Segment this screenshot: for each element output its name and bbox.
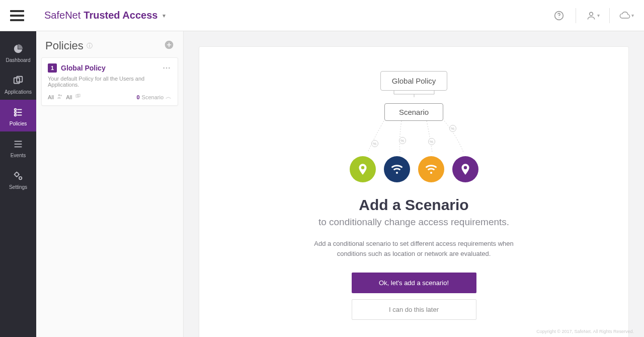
svg-point-2 (589, 12, 593, 16)
svg-point-1 (558, 17, 559, 18)
divider (576, 8, 576, 23)
pie-chart-icon (0, 43, 36, 54)
nav-label: Policies (0, 121, 36, 126)
wizard-panel: Global Policy Scenario (199, 46, 629, 337)
svg-point-25 (395, 172, 397, 174)
dotted-lines (344, 121, 485, 156)
policy-card-footer: All All 0 Scenario ︿ (48, 93, 172, 101)
wizard-title: Add a Scenario (283, 196, 545, 214)
user-menu[interactable]: ▾ (585, 8, 600, 23)
add-policy-button[interactable] (164, 40, 174, 52)
nav-label: Settings (0, 184, 36, 190)
link-bubble-icon: % (428, 138, 435, 145)
policy-title: Global Policy (61, 64, 106, 72)
apps-icon (0, 75, 36, 86)
apps-small-icon (75, 93, 81, 101)
info-icon[interactable]: ⓘ (87, 42, 93, 50)
nav-applications[interactable]: Applications (0, 68, 36, 100)
policies-title-text: Policies (45, 39, 84, 52)
svg-point-5 (15, 109, 17, 111)
policies-title: Policies ⓘ (45, 39, 93, 52)
help-icon[interactable] (551, 8, 567, 23)
svg-point-7 (15, 111, 17, 113)
policy-card-header: 1 Global Policy ⋯ (48, 63, 172, 73)
wizard-content: Global Policy Scenario (283, 71, 545, 337)
scenario-label: Scenario (142, 94, 164, 100)
chevron-down-icon: ▾ (597, 13, 600, 18)
main-area: Global Policy Scenario (184, 31, 644, 337)
svg-point-15 (19, 177, 22, 180)
side-nav: Dashboard Applications Policies Events S… (0, 31, 36, 337)
more-icon[interactable]: ⋯ (163, 63, 172, 73)
svg-point-18 (60, 95, 62, 96)
menu-toggle-icon[interactable] (10, 10, 24, 21)
nav-events[interactable]: Events (0, 131, 36, 163)
location-pin-icon (350, 156, 376, 182)
nav-settings[interactable]: Settings (0, 163, 36, 195)
brand-text-light: SafeNet (44, 10, 80, 21)
skip-button[interactable]: I can do this later (352, 299, 476, 320)
link-bubble-icon: % (371, 140, 378, 147)
location-pin-icon (452, 156, 478, 182)
header-actions: ▾ ▾ (551, 8, 634, 23)
nav-dashboard[interactable]: Dashboard (0, 36, 36, 68)
wifi-icon (418, 156, 444, 182)
brand-text-bold: Trusted Access (84, 10, 157, 21)
svg-point-9 (15, 114, 17, 116)
chevron-down-icon: ▾ (163, 12, 166, 19)
nav-label: Applications (0, 89, 36, 95)
policy-users-all: All (48, 94, 54, 100)
chevron-up-icon[interactable]: ︿ (166, 93, 172, 101)
policy-card[interactable]: 1 Global Policy ⋯ Your default Policy fo… (41, 57, 178, 106)
brand-dropdown[interactable]: SafeNet Trusted Access ▾ (44, 10, 166, 21)
policy-tree: Global Policy Scenario (283, 71, 545, 121)
policies-header: Policies ⓘ (41, 39, 178, 57)
gear-icon (0, 170, 36, 181)
tree-global-box: Global Policy (380, 71, 448, 91)
add-scenario-button[interactable]: Ok, let's add a scenario! (352, 273, 476, 293)
app-header: SafeNet Trusted Access ▾ ▾ ▾ (0, 0, 644, 31)
nav-policies[interactable]: Policies (0, 100, 36, 131)
nav-label: Dashboard (0, 57, 36, 63)
nav-label: Events (0, 153, 36, 158)
policies-icon (0, 107, 36, 118)
svg-point-26 (430, 172, 432, 174)
chevron-down-icon: ▾ (631, 13, 634, 18)
policy-apps-all: All (66, 94, 72, 100)
cloud-menu[interactable]: ▾ (619, 8, 634, 23)
tree-connector (369, 90, 459, 97)
wizard-subtitle: to conditionally change access requireme… (283, 217, 545, 228)
scenario-count: 0 (136, 94, 139, 100)
divider (609, 8, 610, 23)
tree-scenario-box: Scenario (384, 103, 443, 121)
wizard-description: Add a conditional scenario to set differ… (303, 239, 525, 258)
link-bubble-icon: % (399, 137, 406, 144)
scenario-icons-row (283, 156, 545, 182)
policies-panel: Policies ⓘ 1 Global Policy ⋯ Your defaul… (36, 31, 184, 337)
footer-copyright: Copyright © 2017, SafeNet. All Rights Re… (536, 329, 634, 334)
users-icon (57, 93, 63, 101)
list-icon (0, 139, 36, 150)
link-bubble-icon: % (449, 125, 456, 132)
policy-scenario-summary: 0 Scenario ︿ (136, 93, 172, 101)
policy-number-badge: 1 (48, 63, 57, 73)
svg-point-14 (15, 173, 19, 176)
wifi-icon (384, 156, 410, 182)
policy-description: Your default Policy for all the Users an… (48, 76, 172, 88)
svg-point-17 (58, 94, 60, 96)
